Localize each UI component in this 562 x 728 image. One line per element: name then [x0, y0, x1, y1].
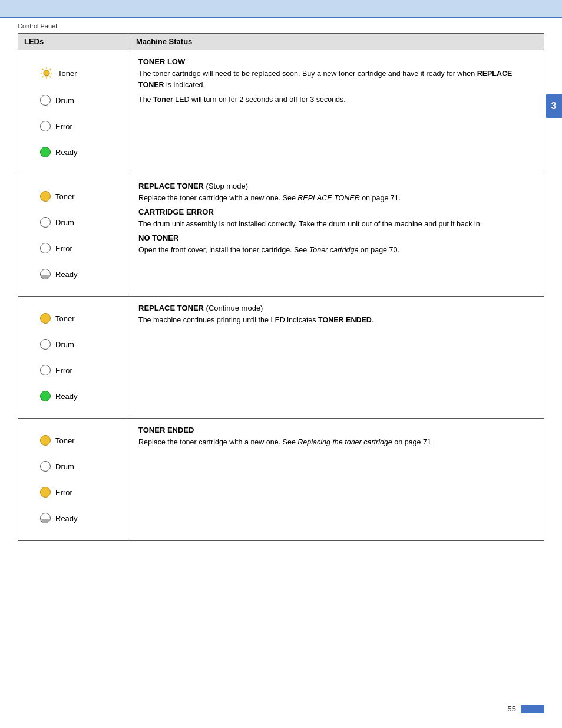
- led-cell-inner: Toner Drum Error Ready: [30, 183, 124, 287]
- svg-line-7: [49, 69, 51, 70]
- status-text: The machine continues printing until the…: [138, 315, 535, 326]
- top-bar: [0, 0, 562, 18]
- svg-line-5: [42, 69, 44, 70]
- led-row: Error: [40, 121, 78, 131]
- table-row: Toner Drum Error Ready TONER LOWThe tone…: [18, 50, 544, 174]
- led-row: Toner: [40, 435, 78, 446]
- led-label-toner: Toner: [55, 314, 75, 323]
- status-table: LEDs Machine Status: [18, 33, 544, 541]
- led-label-drum: Drum: [55, 340, 74, 349]
- led-label-toner: Toner: [55, 192, 75, 201]
- table-row: Toner Drum Error Ready TONER ENDEDReplac…: [18, 419, 544, 541]
- status-cell: TONER LOWThe toner cartridge will need t…: [130, 50, 544, 174]
- col-header-leds: LEDs: [18, 34, 130, 50]
- led-label-toner: Toner: [58, 69, 77, 78]
- led-icon-off: [40, 461, 51, 472]
- status-title: TONER ENDED: [138, 426, 535, 434]
- led-label-toner: Toner: [55, 436, 75, 445]
- svg-line-8: [42, 76, 44, 77]
- status-title: REPLACE TONER (Continue mode): [138, 304, 535, 312]
- led-list: Toner Drum Error Ready: [40, 305, 78, 409]
- table-row: Toner Drum Error Ready REPLACE TONER (St…: [18, 174, 544, 297]
- status-text: Replace the toner cartridge with a new o…: [138, 193, 535, 204]
- led-icon-off: [40, 95, 51, 106]
- status-text: Replace the toner cartridge with a new o…: [138, 437, 535, 448]
- led-cell-inner: Toner Drum Error Ready: [30, 305, 124, 409]
- led-icon-green: [40, 391, 51, 401]
- status-block: TONER ENDEDReplace the toner cartridge w…: [138, 426, 535, 448]
- led-label-drum: Drum: [55, 96, 74, 105]
- led-label-error: Error: [55, 366, 72, 375]
- led-row: Toner: [40, 191, 78, 202]
- led-icon-half: [40, 513, 51, 523]
- col-header-machine-status: Machine Status: [130, 34, 544, 50]
- table-row: Toner Drum Error Ready REPLACE TONER (Co…: [18, 297, 544, 419]
- led-cell-inner: Toner Drum Error Ready: [30, 59, 124, 165]
- status-block: NO TONEROpen the front cover, install th…: [138, 233, 535, 256]
- led-icon-off: [40, 339, 51, 350]
- status-block: TONER LOWThe toner cartridge will need t…: [138, 57, 535, 105]
- led-cell: Toner Drum Error Ready: [18, 50, 130, 174]
- led-label-error: Error: [55, 488, 72, 497]
- led-label-ready: Ready: [55, 148, 78, 157]
- led-list: Toner Drum Error Ready: [40, 183, 78, 287]
- led-icon-yellow: [40, 435, 51, 446]
- led-icon-green: [40, 147, 51, 157]
- status-text: The toner cartridge will need to be repl…: [138, 68, 535, 91]
- page-blue-bar: [521, 705, 544, 713]
- svg-line-6: [49, 76, 51, 77]
- led-icon-off: [40, 217, 51, 228]
- led-list: Toner Drum Error Ready: [40, 427, 78, 531]
- led-label-error: Error: [55, 122, 72, 131]
- led-row: Drum: [40, 95, 78, 106]
- led-icon-off: [40, 121, 51, 131]
- led-row: Ready: [40, 513, 78, 523]
- led-row: Drum: [40, 217, 78, 228]
- status-title: CARTRIDGE ERROR: [138, 207, 535, 216]
- status-block: CARTRIDGE ERRORThe drum unit assembly is…: [138, 207, 535, 230]
- led-cell: Toner Drum Error Ready: [18, 297, 130, 419]
- status-text: The Toner LED will turn on for 2 seconds…: [138, 94, 535, 106]
- led-row: Toner: [40, 313, 78, 324]
- main-content: LEDs Machine Status: [0, 33, 562, 558]
- status-title: NO TONER: [138, 233, 535, 242]
- status-cell: REPLACE TONER (Stop mode)Replace the ton…: [130, 174, 544, 297]
- led-icon-off: [40, 243, 51, 253]
- status-block: REPLACE TONER (Continue mode)The machine…: [138, 304, 535, 326]
- svg-point-0: [44, 70, 49, 76]
- led-icon-half: [40, 269, 51, 279]
- status-text: The drum unit assembly is not installed …: [138, 219, 535, 230]
- status-title: REPLACE TONER (Stop mode): [138, 182, 535, 190]
- breadcrumb-text: Control Panel: [18, 22, 57, 29]
- led-label-ready: Ready: [55, 514, 78, 523]
- page-footer: 55: [508, 704, 544, 713]
- led-cell: Toner Drum Error Ready: [18, 174, 130, 297]
- chapter-tab: 3: [546, 94, 562, 118]
- led-icon-yellow: [40, 191, 51, 202]
- led-row: Ready: [40, 391, 78, 401]
- led-row: Drum: [40, 339, 78, 350]
- page-number: 55: [508, 704, 516, 713]
- status-cell: REPLACE TONER (Continue mode)The machine…: [130, 297, 544, 419]
- led-cell-inner: Toner Drum Error Ready: [30, 427, 124, 531]
- led-label-drum: Drum: [55, 462, 74, 471]
- led-row: Error: [40, 487, 78, 498]
- led-icon-off: [40, 365, 51, 375]
- led-row: Drum: [40, 461, 78, 472]
- led-icon-blinking: [40, 67, 53, 80]
- led-label-ready: Ready: [55, 392, 78, 401]
- led-icon-yellow: [40, 487, 51, 498]
- led-row: Ready: [40, 147, 78, 157]
- breadcrumb: Control Panel: [0, 18, 562, 33]
- led-label-ready: Ready: [55, 270, 78, 279]
- status-title: TONER LOW: [138, 57, 535, 66]
- led-cell: Toner Drum Error Ready: [18, 419, 130, 541]
- led-icon-yellow: [40, 313, 51, 324]
- status-text: Open the front cover, install the toner …: [138, 245, 535, 256]
- status-block: REPLACE TONER (Stop mode)Replace the ton…: [138, 182, 535, 204]
- led-row: Ready: [40, 269, 78, 279]
- led-row: Error: [40, 243, 78, 253]
- led-label-drum: Drum: [55, 218, 74, 227]
- led-label-error: Error: [55, 244, 72, 253]
- led-row: Toner: [40, 67, 78, 80]
